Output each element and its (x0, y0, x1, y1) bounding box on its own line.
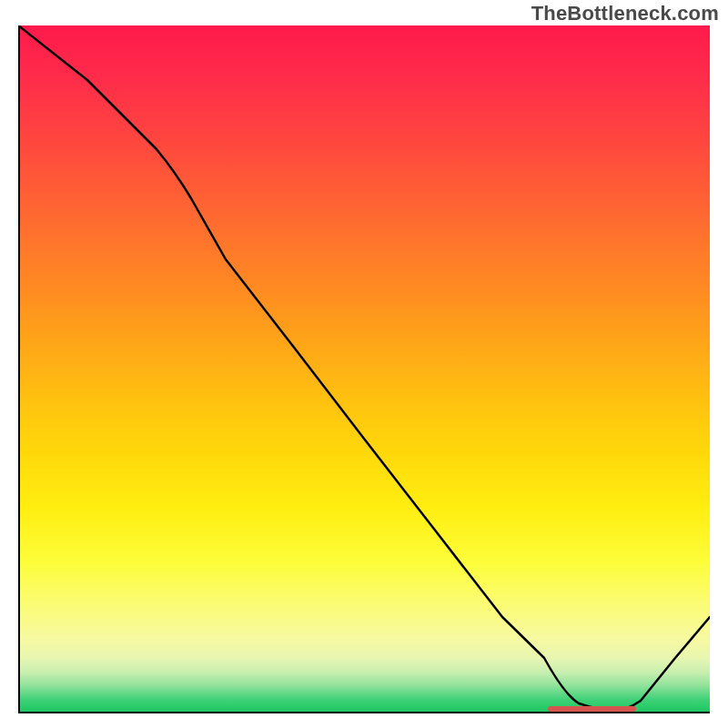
watermark-text: TheBottleneck.com (531, 2, 719, 25)
plot-svg (18, 25, 710, 713)
bottleneck-curve (18, 25, 710, 711)
chart-canvas: TheBottleneck.com (0, 0, 728, 728)
plot-area (18, 25, 710, 713)
